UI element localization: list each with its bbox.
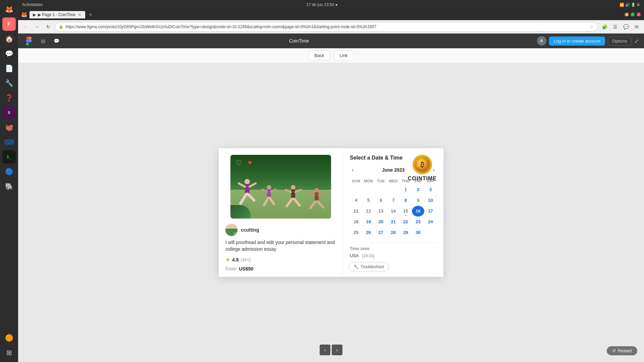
sidebar-icon-vscode[interactable]: ⌨ xyxy=(2,135,16,149)
heart-empty-icon[interactable]: ♡ xyxy=(234,158,243,168)
svg-line-7 xyxy=(250,183,256,187)
sidebar-icon-figma[interactable]: F xyxy=(2,17,16,31)
sidebar-toggle-button[interactable]: ☰ xyxy=(610,22,620,32)
svg-rect-15 xyxy=(291,189,295,199)
prototype-prev-button[interactable]: ‹ xyxy=(320,345,330,355)
calendar-month-label: June 2023 xyxy=(382,167,405,173)
comments-panel-button[interactable]: 💬 xyxy=(52,36,61,46)
calendar-day[interactable]: 8 xyxy=(399,195,412,206)
sidebar-icon-files[interactable]: 📄 xyxy=(2,62,16,75)
calendar-day[interactable]: 11 xyxy=(350,206,362,217)
log-in-button[interactable]: Log in or create account xyxy=(549,37,605,46)
prototype-back-button[interactable]: Back xyxy=(309,51,330,60)
calendar-day[interactable]: 17 xyxy=(424,206,437,217)
svg-text:₿: ₿ xyxy=(421,161,424,168)
sidebar-icon-slack[interactable]: S xyxy=(2,106,16,119)
sidebar-icon-apps[interactable]: 🔧 xyxy=(2,76,16,90)
cointime-logo-circle: ₿ xyxy=(413,155,432,174)
sidebar-icon-github[interactable]: 🐙 xyxy=(2,121,16,134)
nav-icons-right: 🧩 ☰ 💬 ✉ xyxy=(600,22,641,32)
restart-button[interactable]: ↺ Restart xyxy=(607,346,637,355)
forward-button[interactable]: → xyxy=(32,22,42,32)
sidebar-icon-firefox[interactable]: 🦊 xyxy=(2,3,16,16)
calendar-day xyxy=(424,227,437,238)
calendar-day[interactable]: 27 xyxy=(375,227,387,238)
sidebar-icon-chat[interactable]: 💬 xyxy=(2,47,16,60)
svg-rect-9 xyxy=(267,189,271,198)
svg-line-6 xyxy=(239,183,245,187)
calendar-day[interactable]: 13 xyxy=(375,206,387,217)
calendar-day[interactable]: 14 xyxy=(387,206,399,217)
calendar-day[interactable]: 15 xyxy=(399,206,412,217)
heart-filled-icon[interactable]: ♥ xyxy=(245,158,255,168)
calendar-day[interactable]: 5 xyxy=(362,195,375,206)
expand-button[interactable]: ⤢ xyxy=(634,38,639,44)
window-close-button[interactable] xyxy=(637,12,641,17)
new-tab-button[interactable]: + xyxy=(87,11,95,19)
star-icon: ★ xyxy=(225,256,230,263)
figma-toolbar: ▤ 💬 CoinTime A Log in or create account … xyxy=(18,34,644,48)
sidebar-icon-home[interactable]: 🏠 xyxy=(2,32,16,46)
tab-close-button[interactable]: ✕ xyxy=(77,13,82,17)
calendar-day[interactable]: 4 xyxy=(350,195,362,206)
browser-window: 🦊 ▶ ▶ Page 1 - CoinTime ✕ + ← → ↻ xyxy=(18,9,644,362)
bookmark-icon[interactable]: ☆ xyxy=(590,24,594,29)
calendar-day[interactable]: 23 xyxy=(412,217,424,227)
troubleshoot-button[interactable]: 🔧 Troubleshoot xyxy=(348,262,389,272)
calendar-day[interactable]: 29 xyxy=(399,227,412,238)
comments-button[interactable]: 💬 xyxy=(621,22,631,32)
calendar-panel: ₿ COINTIME xyxy=(343,148,443,277)
address-bar[interactable]: 🔒 https://www.figma.com/proto/10yG65PgmJ… xyxy=(55,22,598,32)
calendar-day[interactable]: 30 xyxy=(412,227,424,238)
calendar-day[interactable]: 24 xyxy=(424,217,437,227)
window-maximize-button[interactable] xyxy=(631,12,635,17)
svg-line-17 xyxy=(294,199,300,205)
service-info: ccutting I will proofread and edit your … xyxy=(219,219,343,277)
rating-value: 4.9 xyxy=(232,257,238,262)
calendar-day[interactable]: 22 xyxy=(399,217,412,227)
sidebar-icon-db[interactable]: 🐘 xyxy=(2,180,16,193)
options-button[interactable]: Options xyxy=(608,37,632,46)
calendar-day[interactable]: 25 xyxy=(350,227,362,238)
calendar-day[interactable]: 7 xyxy=(387,195,399,206)
calendar-day xyxy=(362,184,375,195)
calendar-day xyxy=(350,184,362,195)
sidebar-icon-ubuntu[interactable]: 🟠 xyxy=(2,331,16,345)
calendar-day[interactable]: 12 xyxy=(362,206,375,217)
day-header-mon: MON xyxy=(362,178,375,184)
reload-button[interactable]: ↻ xyxy=(44,22,53,32)
calendar-day[interactable]: 9 xyxy=(412,195,424,206)
sidebar-icon-grid[interactable]: ⊞ xyxy=(2,346,16,359)
sidebar-icon-help[interactable]: ❓ xyxy=(2,91,16,105)
prev-month-button[interactable]: ‹ xyxy=(350,166,356,174)
calendar-day[interactable]: 18 xyxy=(350,217,362,227)
prototype-link-button[interactable]: Link xyxy=(334,51,354,60)
back-button[interactable]: ← xyxy=(21,22,30,32)
sidebar-icon-terminal[interactable]: $_ xyxy=(2,150,16,164)
sidebar-icon-chrome[interactable]: 🔵 xyxy=(2,165,16,178)
calendar-day[interactable]: 19 xyxy=(362,217,375,227)
window-minimize-button[interactable] xyxy=(625,12,629,17)
prototype-nav-bar: Back Link xyxy=(18,48,644,63)
calendar-day[interactable]: 1 xyxy=(399,184,412,195)
calendar-day[interactable]: 6 xyxy=(375,195,387,206)
svg-line-5 xyxy=(248,194,254,200)
extensions-button[interactable]: 🧩 xyxy=(600,22,609,32)
calendar-day[interactable]: 16 xyxy=(412,206,424,217)
calendar-day[interactable]: 3 xyxy=(424,184,437,195)
svg-point-14 xyxy=(291,185,296,190)
activities-label[interactable]: Actividades xyxy=(22,2,43,7)
active-tab[interactable]: ▶ ▶ Page 1 - CoinTime ✕ xyxy=(30,11,85,18)
calendar-day[interactable]: 10 xyxy=(424,195,437,206)
sidebar-panel-button[interactable]: ▤ xyxy=(38,36,48,46)
prototype-next-button[interactable]: › xyxy=(332,345,342,355)
svg-line-23 xyxy=(318,201,323,207)
calendar-day[interactable]: 28 xyxy=(387,227,399,238)
calendar-day[interactable]: 21 xyxy=(387,217,399,227)
calendar-day[interactable]: 2 xyxy=(412,184,424,195)
calendar-day[interactable]: 26 xyxy=(362,227,375,238)
price-label: From xyxy=(225,266,236,272)
mailvelope-button[interactable]: ✉ xyxy=(632,22,641,32)
svg-point-8 xyxy=(267,185,271,190)
calendar-day[interactable]: 20 xyxy=(375,217,387,227)
